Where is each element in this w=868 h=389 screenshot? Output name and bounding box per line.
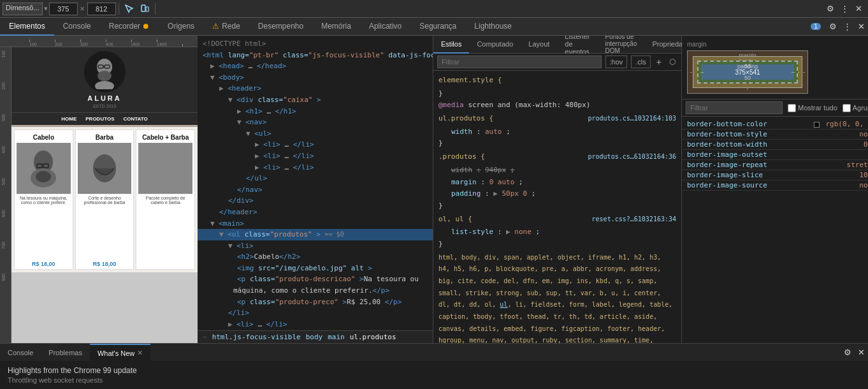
tab-breakpoints[interactable]: Pontos de interrupção DOM <box>597 36 644 54</box>
html-line-div-close[interactable]: </div> <box>198 195 433 207</box>
html-line-li-open[interactable]: ▼ <li> <box>198 240 433 252</box>
computed-filter-input[interactable] <box>686 101 783 114</box>
tab-more-icon[interactable]: ⋮ <box>840 20 855 33</box>
bottom-tab-problemas[interactable]: Problemas <box>41 344 90 362</box>
dropdown-arrow-icon[interactable]: ▾ <box>44 4 48 13</box>
html-line-li-2[interactable]: ▶ <li> … </li> <box>198 319 433 330</box>
html-line-h2[interactable]: <h2>Cabelo</h2> <box>198 251 433 263</box>
html-line-img[interactable]: <img src="/img/cabelo.jpg" alt > <box>198 263 433 274</box>
console-settings-icon[interactable]: ⚙ <box>841 346 855 358</box>
html-line-ul-produtos[interactable]: ▼ <ul class="produtos" > == $0 <box>198 229 433 240</box>
html-line-p-preco[interactable]: <p class="produto-preco" >R$ 25,00 </p> <box>198 297 433 308</box>
tab-computado[interactable]: Computado <box>469 36 521 54</box>
css-rule-produtos[interactable]: .produtos { produtos.cs…61032164:36 <box>433 150 681 165</box>
hov-button[interactable]: :hov <box>605 55 628 68</box>
close-bottom-icon[interactable]: ✕ <box>855 346 868 358</box>
css-prop-margin[interactable]: margin : 0 auto ; <box>433 177 681 189</box>
tab-estilos[interactable]: Estilos <box>433 36 469 54</box>
html-line-ul[interactable]: ▼ <ul> <box>198 128 433 140</box>
device-mode-icon[interactable] <box>137 3 152 15</box>
nav-contato[interactable]: CONTATO <box>123 116 147 122</box>
css-media-rule[interactable]: @media screen and (max-width: 480px) <box>433 99 681 112</box>
css-source-link-1[interactable]: produtos.cs…1032164:103 <box>588 113 676 124</box>
breadcrumb-body[interactable]: body <box>306 333 323 341</box>
tab-seguranca[interactable]: Segurança <box>410 18 465 36</box>
elements-content[interactable]: <!DOCTYPE html> <html lang="pt-br" class… <box>198 36 433 330</box>
tab-rede[interactable]: ⚠ Rede <box>203 18 249 36</box>
css-rule-reset[interactable]: html, body, div, span, applet, object, i… <box>433 251 681 343</box>
tab-settings-icon[interactable]: ⚙ <box>826 20 840 33</box>
show-all-checkbox[interactable] <box>788 104 796 112</box>
styles-filter-input[interactable] <box>437 55 602 68</box>
tab-close-icon[interactable]: ✕ <box>855 20 868 33</box>
product-title-1: Cabelo <box>33 132 54 143</box>
tab-origens[interactable]: Origens <box>159 18 203 36</box>
nav-home[interactable]: HOME <box>61 116 76 122</box>
css-prop-width-strikethrough[interactable]: width : 940px ; <box>433 165 681 177</box>
css-prop-list-style[interactable]: list-style : ▶ none ; <box>433 226 681 239</box>
computed-list[interactable]: border-bottom-color rgb(0, 0, 0) border-… <box>682 117 868 343</box>
styles-content[interactable]: element.style { } @media screen and (max… <box>433 71 681 343</box>
html-line-li2[interactable]: ▶ <li> … </li> <box>198 150 433 162</box>
add-style-button[interactable]: + <box>655 57 663 67</box>
css-rule-ol-ul[interactable]: ol, ul { reset.css?…61032163:34 <box>433 212 681 227</box>
tab-layout[interactable]: Layout <box>521 36 557 54</box>
settings-icon[interactable]: ⚙ <box>823 3 837 15</box>
html-line-p-desc[interactable]: <p class="produto-descricao" >Na tesoura… <box>198 274 433 285</box>
html-line-p-desc-cont[interactable]: máquina, como o cliente preferir.</p> <box>198 285 433 297</box>
css-prop-width-auto[interactable]: width : auto ; <box>433 126 681 138</box>
html-line-h1[interactable]: ▶ <h1> … </h1> <box>198 106 433 117</box>
show-all-label[interactable]: Mostrar tudo <box>788 104 837 112</box>
css-prop-padding[interactable]: padding : ▶ 50px 0 ; <box>433 188 681 200</box>
tab-aplicativo[interactable]: Aplicativo <box>360 18 410 36</box>
html-line-li-close[interactable]: </li> <box>198 307 433 319</box>
bottom-tab-console[interactable]: Console <box>0 344 41 362</box>
tab-listener[interactable]: Listener de eventos <box>557 36 597 54</box>
html-line-header[interactable]: ▶ <header> <box>198 83 433 94</box>
right-panel: margin margin - - - border – padding 50 … <box>682 36 868 343</box>
css-rule-ul-produtos[interactable]: ul.produtos { produtos.cs…1032164:103 <box>433 112 681 126</box>
more-options-icon[interactable]: ⋮ <box>837 3 852 15</box>
inspector-icon[interactable] <box>122 3 137 15</box>
html-line-main[interactable]: ▼ <main> <box>198 218 433 230</box>
whats-new-close-icon[interactable]: ✕ <box>137 349 143 357</box>
html-line-doctype[interactable]: <!DOCTYPE html> <box>198 38 433 50</box>
tab-recorder[interactable]: Recorder ⏺ <box>100 18 159 36</box>
computed-filter-bar: Mostrar tudo Agrupar <box>682 99 868 117</box>
breadcrumb-main[interactable]: main <box>328 333 345 341</box>
html-line-nav-close[interactable]: </nav> <box>198 184 433 196</box>
html-line-nav[interactable]: ▼ <nav> <box>198 117 433 128</box>
html-line-header-close[interactable]: </header> <box>198 207 433 218</box>
tab-elementos[interactable]: Elementos <box>0 18 54 36</box>
box-model-title: margin <box>687 41 868 50</box>
html-line-body[interactable]: ▼ <body> <box>198 72 433 84</box>
nav-produtos[interactable]: PRODUTOS <box>85 116 114 122</box>
ruler-left-tick-500: 500 <box>1 178 6 186</box>
box-padding-right-val: – <box>792 69 795 75</box>
tab-console[interactable]: Console <box>54 18 100 36</box>
css-rule-element-style[interactable]: element.style { <box>433 73 681 88</box>
group-checkbox[interactable] <box>843 104 851 112</box>
close-devtools-icon[interactable]: ✕ <box>852 3 865 15</box>
width-input[interactable] <box>49 3 78 15</box>
html-line-head[interactable]: ▶ <head> … </head> <box>198 61 433 72</box>
main-content: 100 200 300 400 |400 1400 100 200 300 40… <box>0 36 868 343</box>
group-label[interactable]: Agrupar <box>843 104 868 112</box>
html-line-ul-close[interactable]: </ul> <box>198 173 433 184</box>
refresh-style-button[interactable]: ⬡ <box>667 57 677 66</box>
html-line-html[interactable]: <html lang="pt-br" class="js-focus-visib… <box>198 50 433 61</box>
tab-memoria[interactable]: Memória <box>312 18 360 36</box>
breadcrumb-html[interactable]: html.js-focus-visible <box>212 333 301 341</box>
html-line-li1[interactable]: ▶ <li> … </li> <box>198 139 433 150</box>
css-source-link-2[interactable]: produtos.cs…61032164:36 <box>588 151 676 162</box>
tab-desempenho[interactable]: Desempenho <box>249 18 312 36</box>
tab-lighthouse[interactable]: Lighthouse <box>465 18 521 36</box>
breadcrumb-ul-produtos[interactable]: ul.produtos <box>350 333 396 341</box>
bottom-tab-whats-new[interactable]: What's New ✕ <box>90 344 150 362</box>
css-source-link-3[interactable]: reset.css?…61032163:34 <box>592 214 676 224</box>
html-line-div-caixa[interactable]: ▼ <div class="caixa" > <box>198 94 433 106</box>
html-line-li3[interactable]: ▶ <li> … </li> <box>198 162 433 173</box>
dimension-label[interactable]: Dimensõ... <box>3 3 43 15</box>
cls-button[interactable]: .cls <box>631 55 651 68</box>
height-input[interactable] <box>87 3 116 15</box>
